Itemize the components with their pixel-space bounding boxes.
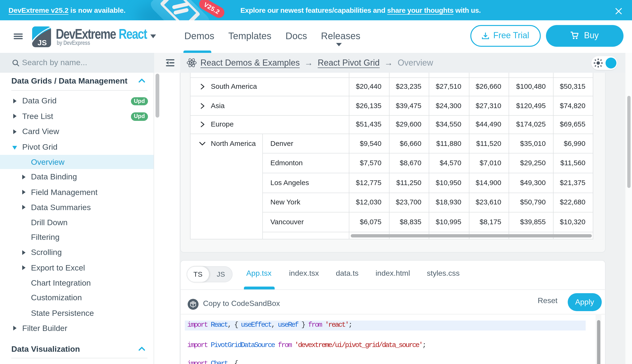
svg-text:JS: JS <box>38 38 47 47</box>
